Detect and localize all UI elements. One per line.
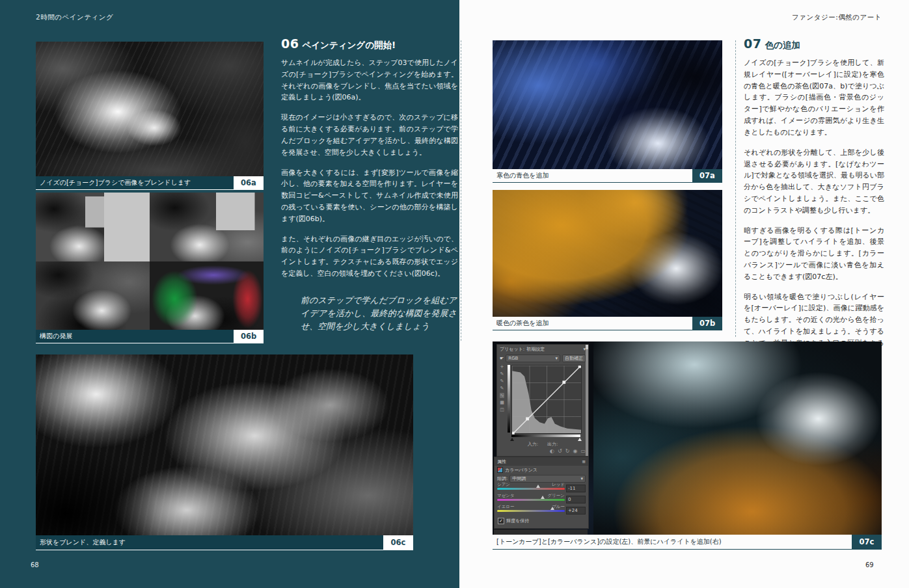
figure-06c-image (36, 354, 413, 535)
eyedropper-icon[interactable]: ✎ (500, 386, 504, 391)
channel-value: RGB (508, 356, 518, 361)
curves-panel: プリセット: 初期設定 ▾ ☛ RGB ▾ 自動補正 + ✎ (496, 344, 589, 457)
figure-06c-caption-bar: 形状をブレンド、定義します 06c (36, 535, 413, 550)
slider-track[interactable] (497, 488, 565, 490)
reset-icon[interactable]: ↻ (565, 448, 570, 454)
photoshop-screenshot-zone: プリセット: 初期設定 ▾ ☛ RGB ▾ 自動補正 + ✎ (493, 341, 593, 535)
curves-toolstrip: + ✎ ✎ ✎ ∿ ▦ ◫ (498, 364, 506, 412)
paragraph: 現在のイメージは小さすぎるので、次のステップに移る前に大きくする必要があります。… (281, 112, 458, 158)
running-head-left: 2時間のペインティング (36, 13, 113, 22)
column-divider-dashed (461, 40, 461, 341)
yellow-blue-slider: イエロー ブルー +24 (497, 505, 586, 516)
figure-caption: ノイズの[チョーク]ブラシで画像をブレンドします (36, 176, 234, 189)
curves-graph[interactable] (511, 365, 582, 434)
figure-06a-caption-bar: ノイズの[チョーク]ブラシで画像をブレンドします 06a (36, 176, 264, 189)
figure-06b-caption-bar: 構図の発展 06b (36, 330, 264, 343)
section-title: 07色の追加 (744, 36, 884, 51)
caption-rule (36, 189, 264, 190)
figure-07a-image (493, 40, 722, 169)
page-number-right: 69 (865, 561, 874, 568)
slider-value[interactable]: +24 (566, 507, 586, 514)
io-row: 入力: 出力: (497, 441, 588, 448)
figure-tag: 07c (852, 535, 882, 549)
figure-07c-image: プリセット: 初期設定 ▾ ☛ RGB ▾ 自動補正 + ✎ (493, 341, 882, 535)
figure-07b-caption-bar: 暖色の茶色を追加 07b (493, 317, 722, 330)
slider-value[interactable]: -11 (566, 485, 586, 492)
panel-menu-icon[interactable]: ≡ (582, 459, 586, 464)
tone-select[interactable]: 中間調 ▾ (509, 475, 586, 483)
paragraph: それぞれの形状を分離して、上部を少し後退させる必要があります。[なげなわツール]… (744, 147, 884, 217)
chevron-down-icon: ▾ (555, 356, 558, 361)
label-yellow: イエロー (497, 505, 514, 509)
tone-label: 階調: (497, 475, 508, 482)
section-06-text: 06ペインティングの開始! サムネイルが完成したら、ステップ03で使用したノイズ… (281, 36, 458, 333)
paragraph: サムネイルが完成したら、ステップ03で使用したノイズの[チョーク]ブラシでペイン… (281, 57, 458, 103)
magenta-green-slider: マゼンタ グリーン 0 (497, 494, 586, 505)
figure-06b-image (36, 193, 264, 330)
slider-labels: マゼンタ グリーン (497, 494, 565, 498)
slider-value[interactable]: 0 (566, 496, 586, 503)
color-balance-title: カラーバランス (505, 467, 537, 474)
caption-rule (36, 550, 413, 550)
targeted-adjustment-icon[interactable]: ☛ (500, 356, 504, 361)
figure-caption: 構図の発展 (36, 330, 234, 343)
thumbnail-variant (36, 261, 150, 330)
tone-value: 中間調 (512, 475, 526, 482)
page-number-left: 68 (31, 561, 39, 568)
slider-track[interactable] (497, 510, 565, 512)
thumbnail-variant (36, 193, 150, 261)
slider-thumb[interactable] (541, 496, 545, 499)
preset-label: プリセット: (500, 346, 524, 353)
preset-value[interactable]: 初期設定 (526, 346, 581, 353)
checkbox-checked[interactable]: ✓ (498, 518, 504, 524)
figure-07a-caption-bar: 寒色の青色を追加 07a (493, 169, 722, 182)
chevron-down-icon: ▾ (580, 476, 583, 481)
slider-thumb[interactable] (550, 507, 554, 510)
visibility-eye-icon[interactable]: ◉ (573, 448, 577, 454)
input-gradient-bar[interactable] (511, 434, 580, 437)
scrollbar-nub (586, 345, 588, 349)
figure-caption: 形状をブレンド、定義します (36, 535, 383, 550)
caption-rule (493, 549, 882, 550)
curve-tool-icon[interactable]: ∿ (500, 393, 505, 398)
eyedropper-icon[interactable]: ✎ (500, 371, 504, 377)
paragraph: 画像を大きくするには、まず[変形]ツールで画像を縮小し、他の要素を加える空間を作… (281, 167, 458, 225)
section-title: 06ペインティングの開始! (281, 36, 458, 51)
channel-select[interactable]: RGB ▾ (506, 354, 560, 362)
preserve-luminosity-row: ✓ 輝度を保持 (495, 516, 588, 525)
caption-rule (493, 330, 722, 330)
previous-state-icon[interactable]: ↺ (558, 448, 562, 454)
next-panel-strip (494, 529, 588, 535)
eyedropper-icon[interactable]: ✎ (500, 379, 504, 384)
hand-tool-icon[interactable]: + (500, 364, 504, 369)
delete-icon[interactable]: ▭ (580, 448, 586, 454)
curve-line (512, 366, 581, 434)
page-left: 2時間のペインティング ノイズの[チョーク]ブラシで画像をブレンドします 06a… (0, 0, 459, 588)
figure-caption: [トーンカーブ]と[カラーバランス]の設定(左)、前景にハイライトを追加(右) (493, 535, 852, 549)
figure-caption: 寒色の青色を追加 (493, 169, 692, 182)
section-07-text: 07色の追加 ノイズの[チョーク]ブラシを使用して、新規レイヤー([オーバーレイ… (744, 36, 884, 369)
figure-06c: 形状をブレンド、定義します 06c (36, 354, 413, 550)
figure-06b: 構図の発展 06b (36, 193, 264, 343)
paragraph: 暗すぎる画像を明るくする際は[トーンカーブ]を調整してハイライトを追加、後景との… (744, 225, 884, 283)
auto-correct-button[interactable]: 自動補正 (562, 354, 586, 362)
input-label: 入力: (528, 441, 538, 448)
clip-display-icon[interactable]: ◫ (500, 407, 504, 412)
label-magenta: マゼンタ (497, 494, 515, 498)
tab-properties[interactable]: 属性 (497, 459, 506, 465)
clip-layer-icon[interactable]: ◐ (550, 448, 554, 454)
panel-scrollbar[interactable] (586, 345, 588, 456)
channel-row: ☛ RGB ▾ 自動補正 (497, 354, 588, 363)
figure-06a-image (36, 42, 264, 176)
preset-row: プリセット: 初期設定 ▾ (497, 345, 588, 354)
section-number: 07 (744, 36, 761, 51)
grid-toggle-icon[interactable]: ▦ (500, 400, 504, 405)
cyan-red-slider: シアン レッド -11 (497, 483, 586, 494)
caption-rule (36, 343, 264, 343)
figure-caption: 暖色の茶色を追加 (493, 317, 692, 330)
caption-rule (493, 182, 722, 183)
slider-track[interactable] (497, 499, 565, 501)
slider-thumb[interactable] (536, 485, 540, 488)
color-balance-icon (497, 467, 503, 473)
label-cyan: シアン (497, 483, 510, 487)
